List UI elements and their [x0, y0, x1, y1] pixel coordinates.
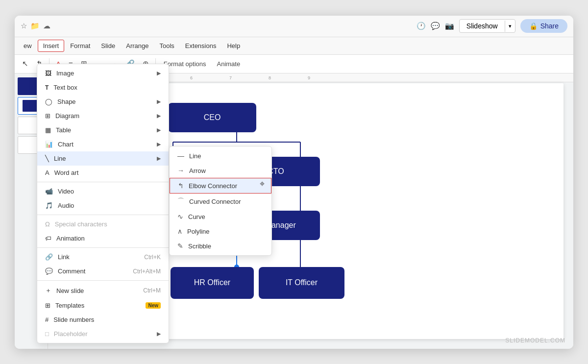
- folder-icon[interactable]: 📁: [30, 22, 40, 30]
- wordart-icon: A: [45, 169, 49, 176]
- star-icon[interactable]: ☆: [21, 22, 27, 30]
- chart-icon: 📊: [45, 141, 53, 148]
- menu-wordart[interactable]: A Word art: [37, 166, 169, 180]
- table-icon: ▦: [45, 126, 51, 134]
- elbow-sub-icon: ↰: [178, 182, 184, 190]
- insert-menu: 🖼 Image ▶ T Text box ◯ Shape ▶ ⊞ Diagram…: [37, 64, 169, 343]
- newslide-icon: ＋: [45, 286, 51, 295]
- menu-item-arrange[interactable]: Arrange: [121, 40, 153, 51]
- menu-diagram-label: Diagram: [55, 112, 79, 120]
- menu-item-slide[interactable]: Slide: [96, 40, 120, 51]
- submenu-arrow: ▶: [157, 331, 161, 337]
- submenu-line-label: Line: [189, 152, 201, 160]
- new-badge: New: [146, 302, 161, 309]
- submenu-scribble-label: Scribble: [188, 243, 211, 250]
- menu-link[interactable]: 🔗 Link Ctrl+K: [37, 250, 169, 264]
- menu-textbox[interactable]: T Text box: [37, 80, 169, 95]
- curved-sub-icon: ⌒: [177, 197, 184, 206]
- animation-icon: 🏷: [45, 235, 51, 242]
- menu-divider-4: [37, 280, 169, 281]
- watermark: SLIDEMODEL.COM: [505, 337, 565, 344]
- menu-item-tools[interactable]: Tools: [154, 40, 179, 51]
- menu-shape[interactable]: ◯ Shape ▶: [37, 95, 169, 109]
- menu-item-extensions[interactable]: Extensions: [180, 40, 221, 51]
- menu-table-label: Table: [56, 126, 71, 134]
- ruler-mark: 6: [190, 75, 193, 80]
- menu-video[interactable]: 📹 Video: [37, 184, 169, 198]
- org-box-it-officer[interactable]: IT Officer: [259, 267, 344, 299]
- menu-audio[interactable]: 🎵 Audio: [37, 198, 169, 213]
- submenu-arrow: ▶: [157, 127, 161, 133]
- menu-item-ew[interactable]: ew: [19, 40, 37, 51]
- link-icon: 🔗: [45, 253, 53, 261]
- polyline-sub-icon: ∧: [177, 227, 182, 235]
- ruler-mark: 8: [269, 75, 271, 80]
- menu-chart[interactable]: 📊 Chart ▶: [37, 137, 169, 151]
- submenu-arrow[interactable]: → Arrow: [170, 163, 271, 178]
- title-bar-right: 🕐 💬 📷 Slideshow ▾ 🔒 Share: [416, 19, 567, 33]
- org-box-hr-officer[interactable]: HR Officer: [171, 267, 254, 299]
- menu-shape-label: Shape: [57, 98, 76, 105]
- submenu-arrow: ▶: [157, 98, 161, 105]
- submenu-elbow[interactable]: ↰ Elbow Connector: [170, 178, 271, 194]
- submenu-elbow-label: Elbow Connector: [189, 182, 237, 190]
- menu-item-insert[interactable]: Insert: [38, 40, 65, 52]
- slideshow-main-button[interactable]: Slideshow: [460, 20, 505, 32]
- submenu-line[interactable]: — Line: [170, 148, 271, 163]
- menu-templates[interactable]: ⊞ Templates New: [37, 298, 169, 313]
- submenu-scribble[interactable]: ✎ Scribble: [170, 239, 271, 253]
- slideshow-button-group: Slideshow ▾: [459, 19, 515, 33]
- comment-shortcut: Ctrl+Alt+M: [133, 268, 161, 275]
- video-icon: 📹: [45, 188, 53, 195]
- share-button[interactable]: 🔒 Share: [520, 19, 567, 33]
- comment-menu-icon: 💬: [45, 267, 53, 275]
- menu-divider-3: [37, 247, 169, 248]
- image-icon: 🖼: [45, 70, 51, 77]
- menu-slidenumbers[interactable]: # Slide numbers: [37, 313, 169, 327]
- newslide-shortcut: Ctrl+M: [143, 287, 161, 294]
- menu-divider: [37, 182, 169, 182]
- camera-icon[interactable]: 📷: [445, 22, 454, 30]
- ruler-mark: 9: [308, 75, 310, 80]
- menu-newslide[interactable]: ＋ New slide Ctrl+M: [37, 283, 169, 298]
- scribble-sub-icon: ✎: [177, 242, 183, 250]
- submenu-curved[interactable]: ⌒ Curved Connector: [170, 194, 271, 209]
- toolbar-arrow-btn[interactable]: ↖: [19, 57, 32, 70]
- curve-sub-icon: ∿: [177, 213, 183, 220]
- title-bar: ☆ 📁 ☁ 🕐 💬 📷 Slideshow ▾ 🔒 Share: [15, 16, 573, 37]
- menu-templates-label: Templates: [55, 302, 84, 309]
- menu-line-label: Line: [54, 155, 66, 162]
- line-submenu: — Line → Arrow ↰ Elbow Connector ⌒ Curve…: [169, 146, 272, 256]
- shape-icon: ◯: [45, 98, 52, 105]
- cloud-icon[interactable]: ☁: [43, 22, 50, 30]
- link-shortcut: Ctrl+K: [144, 254, 161, 261]
- submenu-polyline[interactable]: ∧ Polyline: [170, 224, 271, 239]
- slideshow-dropdown-button[interactable]: ▾: [505, 21, 515, 32]
- menu-comment[interactable]: 💬 Comment Ctrl+Alt+M: [37, 264, 169, 278]
- submenu-curve[interactable]: ∿ Curve: [170, 209, 271, 224]
- submenu-polyline-label: Polyline: [187, 228, 210, 235]
- org-box-ceo[interactable]: CEO: [168, 103, 256, 132]
- menu-item-help[interactable]: Help: [222, 40, 245, 51]
- special-icon: Ω: [45, 220, 50, 228]
- menu-image[interactable]: 🖼 Image ▶: [37, 66, 169, 80]
- templates-icon: ⊞: [45, 302, 50, 309]
- history-icon[interactable]: 🕐: [416, 22, 426, 30]
- menu-diagram[interactable]: ⊞ Diagram ▶: [37, 109, 169, 123]
- animate-button[interactable]: Animate: [212, 58, 245, 70]
- submenu-arrow: ▶: [157, 113, 161, 119]
- audio-icon: 🎵: [45, 202, 53, 209]
- menu-special: Ω Special characters: [37, 217, 169, 231]
- submenu-arrow: ▶: [157, 155, 161, 162]
- menu-special-label: Special characters: [55, 220, 107, 228]
- menu-animation-label: Animation: [56, 235, 85, 242]
- menu-table[interactable]: ▦ Table ▶: [37, 123, 169, 137]
- menu-placeholder-label: Placeholder: [54, 330, 88, 338]
- menu-animation[interactable]: 🏷 Animation: [37, 231, 169, 245]
- menu-video-label: Video: [58, 188, 74, 195]
- submenu-curved-label: Curved Connector: [189, 198, 241, 205]
- comment-icon[interactable]: 💬: [431, 22, 440, 30]
- line-sub-icon: —: [177, 152, 184, 160]
- menu-line[interactable]: ╲ Line ▶: [37, 151, 169, 166]
- menu-item-format[interactable]: Format: [65, 40, 95, 51]
